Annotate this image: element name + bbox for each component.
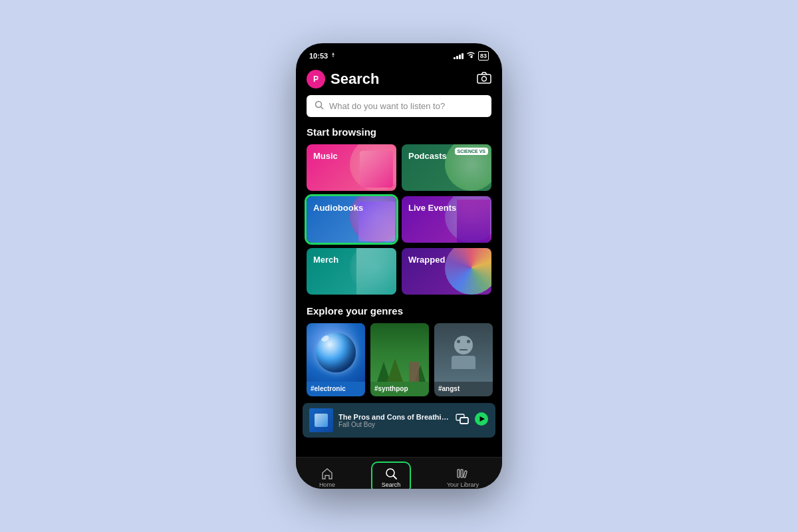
genres-grid: #electronic #sy (296, 323, 502, 396)
angst-visual (434, 323, 493, 382)
camera-icon[interactable] (477, 72, 491, 87)
play-button[interactable] (474, 412, 489, 430)
home-icon (321, 467, 334, 480)
svg-point-4 (316, 102, 322, 108)
forest-visual (370, 323, 429, 382)
genre-card-angst[interactable]: #angst (434, 323, 493, 396)
browse-card-liveevents[interactable]: Live Events (402, 196, 491, 243)
page-title: Search (331, 70, 379, 88)
avatar[interactable]: P (307, 70, 325, 88)
search-icon (315, 100, 324, 112)
status-bar: 10:53 83 (296, 43, 502, 65)
svg-marker-1 (332, 55, 334, 57)
track-artist: Fall Out Boy (338, 421, 450, 428)
nav-label-search: Search (382, 481, 401, 488)
wrapped-accent (445, 248, 491, 295)
time: 10:53 (309, 52, 328, 60)
svg-rect-14 (461, 469, 463, 477)
svg-rect-7 (460, 418, 468, 424)
nav-item-search[interactable]: Search (372, 463, 410, 489)
library-icon (456, 467, 469, 480)
browse-card-audiobooks[interactable]: Audiobooks (307, 196, 396, 243)
album-art (309, 408, 333, 432)
now-playing-controls (456, 412, 489, 430)
location-icon (330, 53, 336, 59)
svg-point-3 (482, 76, 487, 81)
browse-card-merch[interactable]: Merch (307, 248, 396, 295)
sphere-visual (307, 323, 365, 382)
genre-card-electronic[interactable]: #electronic (307, 323, 365, 396)
track-info: The Pros and Cons of Breathing Fall Out … (338, 413, 450, 428)
genres-section-title: Explore your genres (296, 305, 502, 323)
search-placeholder: What do you want to listen to? (329, 101, 445, 111)
svg-rect-13 (458, 469, 460, 477)
browse-card-music[interactable]: Music (307, 144, 396, 191)
app-header: P Search (296, 65, 502, 95)
bottom-nav: Home Search Your Library (296, 457, 502, 489)
nav-label-home: Home (319, 481, 335, 488)
signal-icon (454, 53, 464, 59)
nav-item-home[interactable]: Home (310, 463, 344, 489)
nav-label-library: Your Library (447, 481, 479, 488)
status-right: 83 (454, 51, 489, 61)
browse-card-podcasts[interactable]: Podcasts SCIENCE VS (402, 144, 491, 191)
genre-card-synthpop[interactable]: #synthpop (370, 323, 429, 396)
scroll-content[interactable]: P Search What do you want to listen (296, 65, 502, 457)
browse-section-title: Start browsing (296, 126, 502, 144)
battery-icon: 83 (478, 51, 489, 61)
search-bar[interactable]: What do you want to listen to? (307, 95, 491, 117)
browse-card-wrapped[interactable]: Wrapped (402, 248, 491, 295)
device-icon[interactable] (456, 414, 469, 427)
track-name: The Pros and Cons of Breathing (338, 413, 450, 421)
svg-rect-15 (464, 470, 467, 477)
phone-frame: 10:53 83 (296, 43, 502, 489)
browse-grid: Music Podcasts SCIENCE VS Audiobooks (296, 144, 502, 295)
now-playing-bar[interactable]: The Pros and Cons of Breathing Fall Out … (303, 403, 495, 438)
svg-line-12 (393, 475, 396, 479)
nav-item-library[interactable]: Your Library (438, 463, 488, 489)
wifi-icon (466, 51, 475, 61)
nav-search-icon (384, 467, 398, 480)
status-left: 10:53 (309, 52, 336, 60)
svg-line-5 (321, 107, 324, 110)
svg-rect-2 (477, 74, 491, 83)
